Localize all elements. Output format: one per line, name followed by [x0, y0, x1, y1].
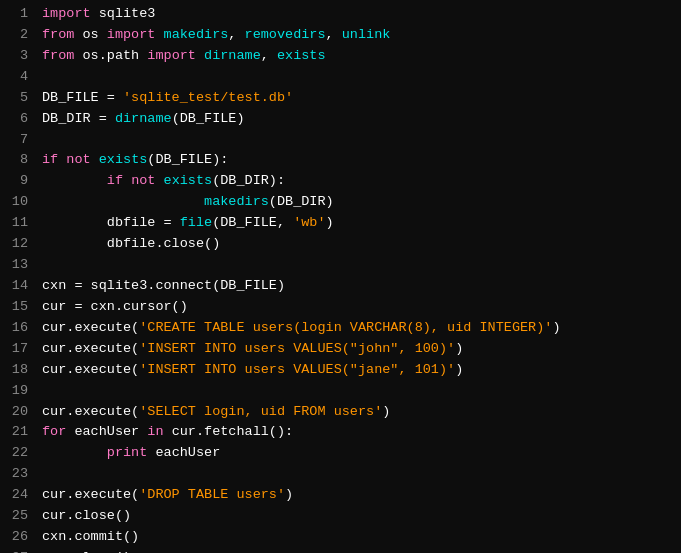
line-content: cur.execute('DROP TABLE users') — [42, 485, 675, 506]
token-string: 'CREATE TABLE users(login VARCHAR(8), ui… — [139, 320, 552, 335]
code-line: 1import sqlite3 — [0, 4, 681, 25]
token-plain: cxn.commit() — [42, 529, 139, 544]
token-plain: (DB_FILE, — [212, 215, 293, 230]
code-line: 21for eachUser in cur.fetchall(): — [0, 422, 681, 443]
token-plain: cur.execute( — [42, 341, 139, 356]
code-line: 25cur.close() — [0, 506, 681, 527]
code-line: 6DB_DIR = dirname(DB_FILE) — [0, 109, 681, 130]
line-content: if not exists(DB_FILE): — [42, 150, 675, 171]
token-plain: sqlite3 — [91, 6, 156, 21]
token-builtin: file — [180, 215, 212, 230]
line-content: from os.path import dirname, exists — [42, 46, 675, 67]
token-string: 'DROP TABLE users' — [139, 487, 285, 502]
line-number: 19 — [6, 381, 28, 402]
line-content: cur.close() — [42, 506, 675, 527]
token-plain: , — [326, 27, 342, 42]
code-line: 12 dbfile.close() — [0, 234, 681, 255]
line-content: cur.execute('CREATE TABLE users(login VA… — [42, 318, 675, 339]
code-line: 11 dbfile = file(DB_FILE, 'wb') — [0, 213, 681, 234]
line-number: 15 — [6, 297, 28, 318]
token-builtin: dirname — [204, 48, 261, 63]
token-kw-in: in — [147, 424, 163, 439]
token-kw-print: print — [107, 445, 148, 460]
token-builtin: exists — [164, 173, 213, 188]
code-line: 8if not exists(DB_FILE): — [0, 150, 681, 171]
token-plain: eachUser — [66, 424, 147, 439]
code-editor: 1import sqlite32from os import makedirs,… — [0, 0, 681, 553]
token-kw-if: if — [107, 173, 123, 188]
token-builtin: removedirs — [245, 27, 326, 42]
line-number: 12 — [6, 234, 28, 255]
line-number: 4 — [6, 67, 28, 88]
token-builtin: unlink — [342, 27, 391, 42]
line-number: 3 — [6, 46, 28, 67]
token-plain: dbfile = — [42, 215, 180, 230]
line-content: cur.execute('INSERT INTO users VALUES("j… — [42, 360, 675, 381]
code-line: 19 — [0, 381, 681, 402]
line-content: cur.execute('SELECT login, uid FROM user… — [42, 402, 675, 423]
token-plain: cur.execute( — [42, 320, 139, 335]
token-kw-not: not — [66, 152, 90, 167]
token-plain: ) — [455, 341, 463, 356]
token-plain: cur.execute( — [42, 487, 139, 502]
token-builtin: makedirs — [204, 194, 269, 209]
token-plain: cur.execute( — [42, 362, 139, 377]
line-number: 16 — [6, 318, 28, 339]
token-builtin: makedirs — [164, 27, 229, 42]
token-plain — [123, 173, 131, 188]
token-string: 'sqlite_test/test.db' — [123, 90, 293, 105]
token-kw-import: import — [147, 48, 196, 63]
token-string: 'SELECT login, uid FROM users' — [139, 404, 382, 419]
line-content: cxn = sqlite3.connect(DB_FILE) — [42, 276, 675, 297]
line-content: if not exists(DB_DIR): — [42, 171, 675, 192]
line-content: DB_DIR = dirname(DB_FILE) — [42, 109, 675, 130]
token-string: 'wb' — [293, 215, 325, 230]
token-plain: , — [261, 48, 277, 63]
code-line: 18cur.execute('INSERT INTO users VALUES(… — [0, 360, 681, 381]
line-number: 25 — [6, 506, 28, 527]
token-plain — [42, 445, 107, 460]
token-kw-import: import — [107, 27, 156, 42]
token-plain: (DB_FILE) — [172, 111, 245, 126]
code-line: 13 — [0, 255, 681, 276]
line-content: for eachUser in cur.fetchall(): — [42, 422, 675, 443]
code-line: 26cxn.commit() — [0, 527, 681, 548]
token-kw-from: from — [42, 48, 74, 63]
token-kw-if: if — [42, 152, 58, 167]
token-plain: cxn = sqlite3.connect(DB_FILE) — [42, 278, 285, 293]
line-content: print eachUser — [42, 443, 675, 464]
code-line: 15cur = cxn.cursor() — [0, 297, 681, 318]
code-line: 27cxn.close() — [0, 548, 681, 553]
code-line: 7 — [0, 130, 681, 151]
token-plain: cur.fetchall(): — [164, 424, 294, 439]
token-plain: , — [228, 27, 244, 42]
token-plain — [196, 48, 204, 63]
token-kw-not: not — [131, 173, 155, 188]
token-plain — [155, 173, 163, 188]
code-line: 17cur.execute('INSERT INTO users VALUES(… — [0, 339, 681, 360]
token-string: 'INSERT INTO users VALUES("john", 100)' — [139, 341, 455, 356]
token-plain: eachUser — [147, 445, 220, 460]
code-line: 3from os.path import dirname, exists — [0, 46, 681, 67]
token-builtin: exists — [99, 152, 148, 167]
token-builtin: exists — [277, 48, 326, 63]
line-number: 8 — [6, 150, 28, 171]
code-line: 10 makedirs(DB_DIR) — [0, 192, 681, 213]
token-plain: (DB_FILE): — [147, 152, 228, 167]
token-plain: ) — [455, 362, 463, 377]
token-plain — [91, 152, 99, 167]
token-plain: cur.close() — [42, 508, 131, 523]
line-content: dbfile.close() — [42, 234, 675, 255]
token-string: 'INSERT INTO users VALUES("jane", 101)' — [139, 362, 455, 377]
code-line: 24cur.execute('DROP TABLE users') — [0, 485, 681, 506]
line-number: 5 — [6, 88, 28, 109]
token-kw-import: import — [42, 6, 91, 21]
token-plain: cur.execute( — [42, 404, 139, 419]
line-content: cur = cxn.cursor() — [42, 297, 675, 318]
code-line: 16cur.execute('CREATE TABLE users(login … — [0, 318, 681, 339]
token-plain: dbfile.close() — [42, 236, 220, 251]
line-content: cur.execute('INSERT INTO users VALUES("j… — [42, 339, 675, 360]
code-line: 22 print eachUser — [0, 443, 681, 464]
token-plain: os.path — [74, 48, 147, 63]
token-plain — [155, 27, 163, 42]
